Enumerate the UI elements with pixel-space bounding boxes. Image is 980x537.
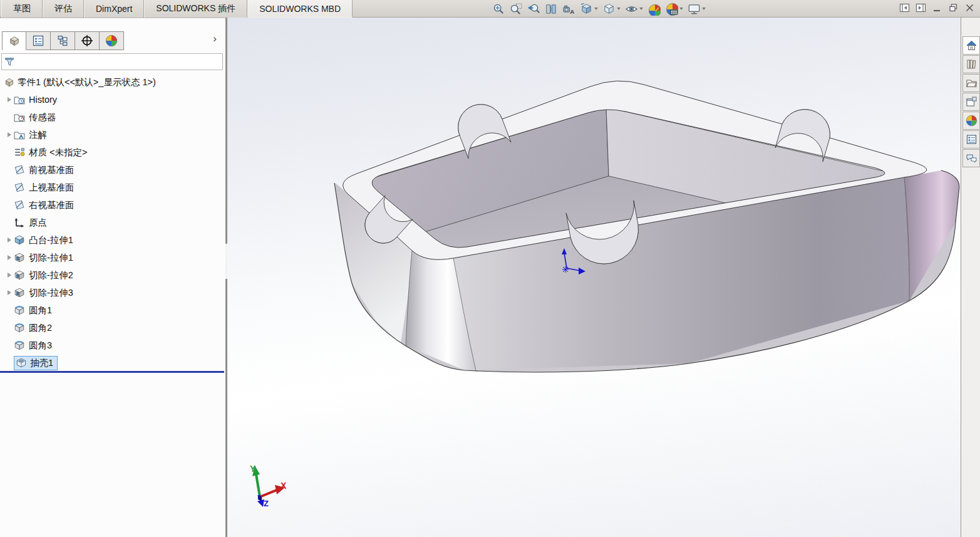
appearance-ball-icon <box>647 3 661 16</box>
tree-item-label: 圆角1 <box>29 305 52 316</box>
design-library-button[interactable] <box>962 55 980 73</box>
appearances-scenes-button[interactable] <box>962 112 980 130</box>
tree-item-history[interactable]: History <box>0 91 224 108</box>
solidworks-resources-button[interactable] <box>962 36 980 55</box>
tree-item-annotations[interactable]: 注解 <box>0 126 224 143</box>
tree-item-label: 注解 <box>29 129 47 141</box>
expand-arrow-icon[interactable] <box>5 255 14 260</box>
expand-arrow-icon[interactable] <box>5 132 14 137</box>
zoom-to-area-icon <box>510 3 523 16</box>
tree-item-cut-extrude3[interactable]: 切除-拉伸3 <box>0 284 224 301</box>
tree-item-fillet3[interactable]: 圆角3 <box>0 336 224 354</box>
tree-item-cut-extrude1[interactable]: 切除-拉伸1 <box>0 249 224 266</box>
collapse-left-pane-button[interactable] <box>899 3 910 16</box>
fillet-icon <box>14 305 25 316</box>
boss-extrude-icon <box>14 234 25 246</box>
tab-evaluate[interactable]: 评估 <box>43 0 84 18</box>
solidworks-forum-button[interactable] <box>962 149 980 167</box>
restore-icon <box>948 3 959 13</box>
dropdown-caret-icon[interactable] <box>617 8 621 10</box>
tab-solidworks-mbd[interactable]: SOLIDWORKS MBD <box>247 0 353 18</box>
previous-view-icon <box>527 3 540 16</box>
expand-arrow-icon[interactable] <box>5 237 14 242</box>
properties-form-icon <box>966 133 977 145</box>
tree-filter-bar <box>1 53 223 70</box>
tree-item-origin[interactable]: 原点 <box>0 214 224 231</box>
dropdown-caret-icon[interactable] <box>639 8 643 10</box>
collapse-right-pane-button[interactable] <box>916 3 926 16</box>
graphics-area[interactable]: Y X Z <box>227 18 961 537</box>
previous-view-button[interactable] <box>527 2 541 16</box>
display-ball-icon <box>105 34 118 47</box>
close-icon <box>964 3 975 13</box>
section-view-button[interactable] <box>544 2 559 16</box>
dropdown-caret-icon[interactable] <box>594 8 598 10</box>
apply-scene-button[interactable] <box>664 2 684 16</box>
tree-item-label: 材质 <未指定> <box>29 147 87 159</box>
minimize-button[interactable] <box>932 3 942 16</box>
expand-arrow-icon[interactable] <box>5 290 14 295</box>
view-orientation-button[interactable] <box>579 2 599 16</box>
dropdown-caret-icon[interactable] <box>679 8 683 10</box>
tree-item-label: History <box>29 95 57 105</box>
tab-solidworks-addins[interactable]: SOLIDWORKS 插件 <box>144 0 247 18</box>
plane-icon <box>14 182 25 193</box>
tab-configurationmanager[interactable] <box>51 31 75 50</box>
tree-item-label: 传感器 <box>29 112 56 123</box>
tree-item-material[interactable]: 材质 <未指定> <box>0 143 224 161</box>
close-button[interactable] <box>964 3 975 16</box>
expand-arrow-icon[interactable] <box>5 97 14 102</box>
annotations-folder-icon <box>14 129 25 140</box>
triad-z-label: Z <box>264 499 269 508</box>
monitor-icon <box>688 3 701 16</box>
cut-extrude-icon <box>14 269 25 281</box>
tree-item-shell1[interactable]: 抽壳1 <box>0 354 224 372</box>
annotation-view-icon <box>562 3 575 16</box>
shell-icon <box>16 357 27 368</box>
filter-input[interactable] <box>14 56 220 68</box>
tree-item-label: 圆角2 <box>29 322 52 334</box>
cut-extrude-icon <box>14 287 25 298</box>
tree-item-sensors[interactable]: 传感器 <box>0 108 224 126</box>
tree-item-boss-extrude1[interactable]: 凸台-拉伸1 <box>0 231 224 249</box>
view-palette-button[interactable] <box>962 93 980 111</box>
restore-button[interactable] <box>948 3 959 16</box>
color-ball-icon <box>966 115 977 127</box>
folder-icon <box>966 77 977 89</box>
edit-appearance-button[interactable] <box>647 2 661 16</box>
file-explorer-button[interactable] <box>962 74 980 92</box>
rollback-bar[interactable] <box>0 371 224 373</box>
tree-item-cut-extrude2[interactable]: 切除-拉伸2 <box>0 266 224 284</box>
tree-item-fillet1[interactable]: 圆角1 <box>0 301 224 319</box>
hide-show-items-button[interactable] <box>624 2 644 16</box>
tree-root-part[interactable]: 零件1 (默认<<默认>_显示状态 1>) <box>0 73 224 91</box>
expand-arrow-icon[interactable] <box>5 273 14 278</box>
origin-icon <box>14 217 25 228</box>
display-style-button[interactable] <box>602 2 621 16</box>
zoom-to-fit-button[interactable] <box>492 2 506 16</box>
tab-dimxpertmanager[interactable] <box>75 31 100 50</box>
tree-item-label: 右视基准面 <box>29 199 75 211</box>
tab-dimxpert[interactable]: DimXpert <box>84 0 144 18</box>
annotation-view-button[interactable] <box>562 2 576 16</box>
tree-item-front-plane[interactable]: 前视基准面 <box>0 161 224 179</box>
tree-item-right-plane[interactable]: 右视基准面 <box>0 196 224 214</box>
tab-sketch[interactable]: 草图 <box>1 0 43 18</box>
panel-expand-chevron[interactable]: › <box>213 33 217 44</box>
custom-properties-button[interactable] <box>962 130 980 149</box>
dimxpert-target-icon <box>81 34 93 47</box>
tree-root-label: 零件1 (默认<<默认>_显示状态 1>) <box>18 76 156 88</box>
tab-propertymanager[interactable] <box>26 31 51 50</box>
view-settings-button[interactable] <box>687 2 706 16</box>
tab-displaymanager[interactable] <box>100 31 124 50</box>
tab-featuremanager-tree[interactable] <box>2 31 26 50</box>
zoom-to-area-button[interactable] <box>509 2 524 16</box>
eye-icon <box>625 3 638 16</box>
display-style-icon <box>602 3 616 16</box>
dropdown-caret-icon[interactable] <box>702 8 706 10</box>
tree-item-label: 凸台-拉伸1 <box>29 234 73 246</box>
sensors-folder-icon <box>14 112 25 123</box>
selected-item-highlight[interactable]: 抽壳1 <box>14 356 58 370</box>
tree-item-fillet2[interactable]: 圆角2 <box>0 319 224 336</box>
tree-item-top-plane[interactable]: 上视基准面 <box>0 179 224 196</box>
